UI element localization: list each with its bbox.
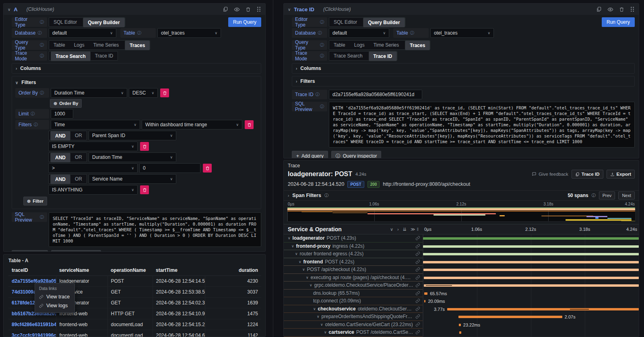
info-icon[interactable]: ⓘ — [31, 111, 35, 117]
link-icon[interactable] — [415, 259, 420, 264]
and-option[interactable]: AND — [50, 131, 70, 141]
collapse-chevron-icon[interactable]: ∨ — [288, 7, 291, 12]
span-bar[interactable] — [424, 284, 639, 287]
query-type-logs[interactable]: Logs — [70, 41, 89, 49]
filter-value-select[interactable]: Within dashboard time range∨ — [142, 120, 242, 129]
link-icon[interactable] — [415, 330, 420, 335]
trace-id-copy-button[interactable]: Trace ID — [572, 170, 603, 179]
span-timeline-cell[interactable] — [423, 242, 639, 251]
info-icon[interactable]: ⓘ — [316, 92, 320, 97]
span-row[interactable]: ∨grpc.oteldemo.CheckoutService/PlaceOrde… — [284, 282, 639, 290]
span-timeline-cell[interactable]: 20.09ms — [423, 297, 639, 305]
info-icon[interactable]: ⓘ — [40, 42, 44, 48]
span-bar[interactable] — [424, 292, 428, 295]
trace-id-input[interactable]: d2a7155ef6a928a05680e5ff6190241d — [329, 90, 422, 99]
filter-field-select[interactable]: Parent Span ID∨ — [89, 131, 176, 140]
query-panel-a-header[interactable]: ∨ A (ClickHouse) — [4, 4, 265, 15]
filter-field-select[interactable]: Time∨ — [51, 120, 140, 129]
view-trace-link[interactable]: View trace — [35, 292, 74, 301]
span-bar[interactable] — [423, 253, 639, 255]
filter-value-input[interactable]: 0 — [139, 163, 200, 173]
query-panel-trace-id-header[interactable]: ∨ Trace ID (ClickHouse) — [284, 4, 639, 15]
span-name-cell[interactable]: ∨oteldemo.CartService/GetCart (23.22ms) — [284, 321, 423, 329]
query-builder-option[interactable]: Query Builder — [363, 18, 405, 27]
trace-id-link[interactable]: 3cc7ccfc91941996c... — [8, 330, 56, 337]
span-name-cell[interactable]: dns.lookup (65.57ms) — [284, 290, 423, 298]
span-name-cell[interactable]: ∨cartservicePOST /oteldemo.CartService/G… — [284, 329, 423, 337]
span-row[interactable]: dns.lookup (65.57ms)65.57ms — [284, 290, 639, 298]
span-row[interactable]: ∨POST /api/checkout (4.22s) — [284, 266, 639, 274]
filter-op-select[interactable]: IS ANYTHING∨ — [48, 185, 138, 195]
span-timeline-cell[interactable]: 2.07s — [423, 313, 639, 321]
chevron-right-icon[interactable]: › — [288, 193, 289, 198]
span-timeline-cell[interactable] — [423, 258, 639, 266]
info-icon[interactable]: ⓘ — [320, 53, 324, 59]
span-bar[interactable] — [423, 237, 639, 240]
span-row[interactable]: ∨router frontend egress (4.22s) — [284, 250, 639, 258]
span-bar[interactable] — [423, 269, 639, 271]
link-icon[interactable] — [415, 322, 420, 327]
collapse-chevron-icon[interactable]: ∨ — [8, 7, 10, 12]
query-type-traces[interactable]: Traces — [405, 41, 430, 50]
chevron-down-icon[interactable]: ∨ — [291, 244, 294, 248]
link-icon[interactable] — [415, 314, 420, 319]
span-filters-label[interactable]: Span Filters — [292, 193, 321, 198]
span-bar[interactable] — [458, 316, 562, 318]
delete-order-by-button[interactable] — [160, 88, 169, 97]
and-option[interactable]: AND — [50, 175, 70, 184]
info-icon[interactable]: ⓘ — [320, 42, 324, 48]
span-timeline-cell[interactable] — [423, 250, 639, 258]
span-row[interactable]: ∨prepareOrderItemsAndShippingQuoteFromCa… — [284, 313, 639, 321]
eye-icon[interactable] — [607, 6, 613, 12]
expand-one-icon[interactable]: › — [397, 227, 399, 232]
and-option[interactable]: AND — [50, 153, 70, 162]
link-icon[interactable] — [415, 251, 420, 256]
span-timeline-cell[interactable] — [423, 274, 639, 282]
span-row[interactable]: ∨frontendPOST (4.22s) — [284, 258, 639, 266]
span-row[interactable]: ∨frontend-proxyingress (4.22s) — [284, 242, 639, 251]
span-bar[interactable] — [459, 331, 461, 334]
span-name-cell[interactable]: ∨grpc.oteldemo.CheckoutService/PlaceOrde… — [284, 282, 423, 290]
chevron-down-icon[interactable]: ∨ — [310, 283, 312, 287]
link-icon[interactable] — [415, 291, 420, 296]
duplicate-icon[interactable] — [223, 6, 228, 12]
span-bar[interactable] — [424, 300, 426, 302]
filter-field-select[interactable]: Duration Time∨ — [89, 152, 176, 162]
trace-minimap[interactable]: 0μs 1.06s 2.12s 3.18s 4.24s — [287, 201, 636, 222]
span-timeline-cell[interactable] — [423, 329, 639, 337]
span-name-cell[interactable]: ∨executing api route (pages) /api/checko… — [284, 274, 423, 282]
trace-mode-search[interactable]: Trace Search — [329, 51, 367, 60]
span-name-cell[interactable]: tcp.connect (20.09ms) — [284, 297, 423, 305]
column-header-duration[interactable]: duration — [205, 266, 261, 276]
add-query-button[interactable]: +Add query — [292, 151, 328, 158]
query-type-table[interactable]: Table — [329, 41, 350, 49]
span-name-cell[interactable]: ∨POST /api/checkout (4.22s) — [284, 266, 423, 274]
info-icon[interactable]: ⓘ — [320, 104, 324, 109]
query-inspector-button[interactable]: ⓘQuery inspector — [51, 250, 101, 252]
collapse-one-icon[interactable]: ∨ — [390, 227, 393, 232]
query-type-traces[interactable]: Traces — [125, 41, 150, 50]
span-name-cell[interactable]: ∨prepareOrderItemsAndShippingQuoteFromCa… — [284, 313, 423, 321]
info-icon[interactable]: ⓘ — [34, 122, 38, 127]
span-timeline-cell[interactable] — [423, 234, 639, 242]
table-select[interactable]: otel_traces∨ — [157, 28, 221, 38]
info-icon[interactable]: ⓘ — [137, 30, 141, 36]
info-icon[interactable]: ⓘ — [410, 30, 414, 36]
span-row[interactable]: ∨checkoutserviceoteldemo.CheckoutService… — [284, 305, 639, 313]
info-icon[interactable]: ⓘ — [318, 30, 322, 36]
span-timeline-cell[interactable]: 65.57ms — [423, 290, 639, 298]
span-bar[interactable] — [423, 245, 639, 248]
link-icon[interactable] — [415, 283, 420, 288]
trace-mode-id[interactable]: Trace ID — [91, 51, 118, 60]
chevron-down-icon[interactable]: ∨ — [295, 252, 298, 256]
span-name-cell[interactable]: ∨frontendPOST (4.22s) — [284, 258, 423, 266]
column-header-traceid[interactable]: traceID — [8, 266, 56, 276]
delete-filter-button[interactable] — [140, 185, 149, 194]
query-type-table[interactable]: Table — [49, 41, 70, 49]
column-header-operationname[interactable]: operationName — [107, 266, 153, 276]
trace-mode-search[interactable]: Trace Search — [51, 51, 91, 61]
duplicate-icon[interactable] — [596, 6, 602, 12]
or-option[interactable]: OR — [70, 175, 87, 183]
chevron-down-icon[interactable]: ∨ — [299, 260, 301, 264]
view-logs-link[interactable]: View logs — [35, 301, 74, 310]
